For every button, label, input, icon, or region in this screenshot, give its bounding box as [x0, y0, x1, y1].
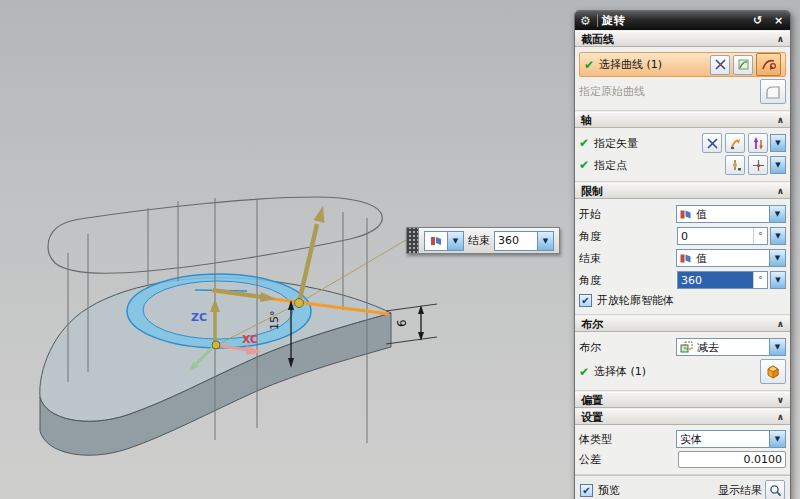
- boolean-mode-row: 布尔 减去 ▼: [579, 337, 786, 357]
- axis-header[interactable]: 轴 ∧: [575, 112, 790, 128]
- tolerance-field[interactable]: 0.0100: [678, 451, 786, 468]
- body-type-value: 实体: [680, 432, 702, 447]
- nx-application-window: { "icons": { "gear": "⚙", "reset": "↺", …: [0, 0, 800, 499]
- end-angle-spinner[interactable]: ▼: [770, 271, 786, 289]
- inferred-vector-button[interactable]: [748, 133, 768, 153]
- dialog-reset-button[interactable]: ↺: [749, 13, 766, 28]
- inferred-point-button[interactable]: [748, 155, 768, 175]
- preview-checkbox[interactable]: ✔: [580, 484, 593, 497]
- specify-vector-check-icon: ✔: [579, 136, 589, 150]
- end-angle-label: 角度: [579, 273, 601, 288]
- open-profile-label: 开放轮廓智能体: [597, 293, 674, 308]
- end-angle-value[interactable]: 360: [678, 272, 753, 288]
- axis-group: ✔ 指定矢量: [575, 128, 790, 182]
- end-mode-row: 结束 值 ▼: [579, 248, 786, 268]
- limit-mode-dropdown-arrow[interactable]: ▼: [447, 232, 463, 250]
- height-dimension-value: 6: [395, 319, 409, 327]
- start-label: 开始: [579, 207, 601, 222]
- vector-dialog-button[interactable]: [725, 133, 745, 153]
- limit-mode-combo[interactable]: ▼: [424, 231, 464, 251]
- point-type-dropdown[interactable]: ▼: [770, 156, 786, 174]
- limit-mini-toolbar: ▼ 结束 360 ▼: [406, 227, 560, 254]
- value-mode-icon: [425, 232, 447, 250]
- show-result-label: 显示结果: [718, 483, 762, 498]
- section-line-collapse-icon[interactable]: ∧: [777, 34, 784, 44]
- end-mode-label: 结束: [579, 251, 601, 266]
- select-curve-check-icon: ✔: [584, 58, 594, 72]
- vector-type-dropdown[interactable]: ▼: [770, 134, 786, 152]
- start-angle-field[interactable]: 0 °: [677, 227, 768, 245]
- end-angle-input[interactable]: 360 ▼: [494, 231, 554, 251]
- body-type-row: 体类型 实体 ▼: [579, 430, 786, 448]
- titlebar-separator: [597, 14, 598, 27]
- vector-intersection-button[interactable]: [702, 133, 722, 153]
- axis-origin-handle: [295, 299, 304, 308]
- toolbar-drag-handle[interactable]: [407, 228, 419, 253]
- dialog-gear-icon: ⚙: [578, 14, 593, 28]
- end-mode-dropdown-arrow[interactable]: ▼: [769, 250, 785, 266]
- curve-rule-button[interactable]: [756, 53, 781, 76]
- end-mode-combo[interactable]: 值 ▼: [676, 249, 786, 267]
- select-curve-row[interactable]: ✔ 选择曲线 (1): [579, 52, 786, 77]
- start-mode-row: 开始 值 ▼: [579, 204, 786, 224]
- specify-point-label: 指定点: [594, 158, 627, 173]
- specify-point-check-icon: ✔: [579, 158, 589, 172]
- select-curve-label: 选择曲线 (1): [599, 57, 662, 72]
- zc-axis-label: ZC: [191, 311, 207, 324]
- tolerance-row: 公差 0.0100: [579, 450, 786, 468]
- boolean-label: 布尔: [579, 340, 601, 355]
- dialog-footer: ✔ 预览 显示结果 ∧ ∧ ∧ < 确定 > 取消: [575, 475, 790, 499]
- revolve-dialog: ⚙ 旋转 ↺ × 截面线 ∧ ✔ 选择曲线 (1): [574, 10, 791, 499]
- value-mode-icon: [680, 209, 692, 220]
- end-angle-field[interactable]: 360 °: [677, 271, 768, 289]
- end-mode-value: 值: [696, 251, 707, 266]
- section-line-header[interactable]: 截面线 ∧: [575, 31, 790, 47]
- limits-group: 开始 值 ▼ 角度 0 °: [575, 199, 790, 315]
- specify-origin-curve-row[interactable]: 指定原始曲线: [579, 79, 786, 104]
- start-mode-value: 值: [696, 207, 707, 222]
- body-type-dropdown-arrow[interactable]: ▼: [769, 431, 785, 447]
- specify-point-row[interactable]: ✔ 指定点: [579, 155, 786, 175]
- point-dialog-button[interactable]: [725, 155, 745, 175]
- start-angle-value[interactable]: 0: [678, 228, 753, 244]
- settings-collapse-icon[interactable]: ∧: [777, 412, 784, 422]
- angle-dimension-value: 15°: [268, 311, 281, 331]
- specify-vector-row[interactable]: ✔ 指定矢量: [579, 133, 786, 153]
- dialog-title: 旋转: [602, 13, 745, 28]
- end-angle-spinner[interactable]: ▼: [537, 232, 553, 250]
- specify-origin-curve-label: 指定原始曲线: [579, 84, 645, 99]
- boolean-collapse-icon[interactable]: ∧: [777, 319, 784, 329]
- settings-header[interactable]: 设置 ∧: [575, 409, 790, 425]
- intersection-point-button[interactable]: [710, 55, 730, 75]
- boolean-header[interactable]: 布尔 ∧: [575, 316, 790, 332]
- body-type-combo[interactable]: 实体 ▼: [676, 430, 786, 448]
- select-body-row[interactable]: ✔ 选择体 (1): [579, 359, 786, 384]
- start-mode-combo[interactable]: 值 ▼: [676, 205, 786, 223]
- dialog-titlebar[interactable]: ⚙ 旋转 ↺ ×: [575, 11, 790, 30]
- offset-header[interactable]: 偏置 ∨: [575, 392, 790, 408]
- start-angle-spinner[interactable]: ▼: [770, 227, 786, 245]
- show-result-button[interactable]: [765, 480, 785, 499]
- magnifier-icon: [769, 484, 782, 497]
- height-dimension[interactable]: 6: [386, 304, 437, 344]
- axis-collapse-icon[interactable]: ∧: [777, 115, 784, 125]
- origin-curve-button[interactable]: [760, 79, 786, 104]
- offset-collapse-icon[interactable]: ∨: [777, 395, 784, 405]
- body-type-label: 体类型: [579, 432, 612, 447]
- open-profile-checkbox[interactable]: ✔: [579, 294, 592, 307]
- boolean-combo[interactable]: 减去 ▼: [676, 338, 786, 356]
- subtract-icon: [680, 341, 693, 353]
- select-body-button[interactable]: [760, 359, 786, 384]
- end-angle-value[interactable]: 360: [495, 232, 537, 250]
- limits-collapse-icon[interactable]: ∧: [777, 186, 784, 196]
- end-label: 结束: [468, 233, 490, 248]
- start-angle-label: 角度: [579, 229, 601, 244]
- section-line-group: ✔ 选择曲线 (1): [575, 47, 790, 111]
- sketch-section-button[interactable]: [733, 55, 753, 75]
- tolerance-value[interactable]: 0.0100: [679, 452, 785, 467]
- boolean-dropdown-arrow[interactable]: ▼: [769, 339, 785, 355]
- start-mode-dropdown-arrow[interactable]: ▼: [769, 206, 785, 222]
- limits-header[interactable]: 限制 ∧: [575, 183, 790, 199]
- settings-group: 体类型 实体 ▼ 公差 0.0100: [575, 425, 790, 475]
- dialog-close-button[interactable]: ×: [770, 13, 787, 28]
